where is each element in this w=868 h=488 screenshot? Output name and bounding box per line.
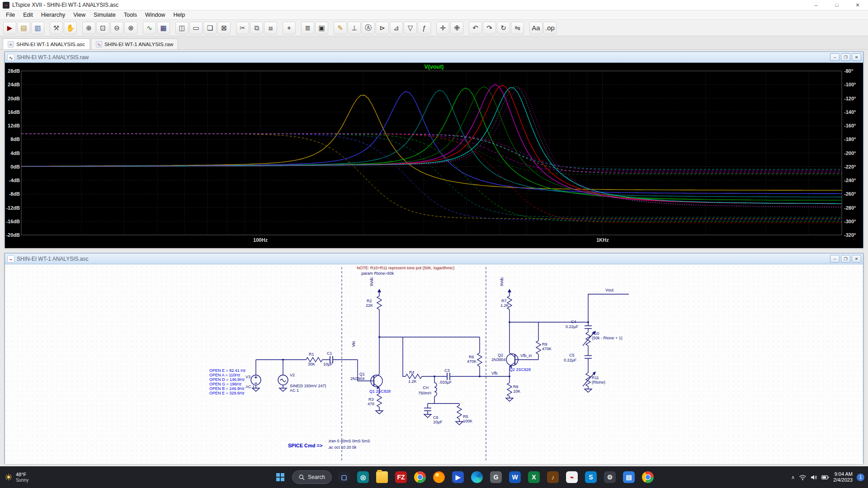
close-window[interactable]: ⊠: [217, 22, 231, 34]
chromium[interactable]: [638, 468, 657, 487]
excel[interactable]: X: [524, 468, 543, 487]
gimp[interactable]: G: [486, 468, 505, 487]
db-tick-label: 12dB: [8, 122, 20, 129]
child-minimize-button[interactable]: –: [830, 255, 840, 263]
diode[interactable]: ⊳: [376, 22, 389, 34]
child-restore-button[interactable]: ❐: [841, 53, 850, 61]
mirror[interactable]: ⇋: [511, 22, 524, 34]
file-explorer[interactable]: [373, 468, 392, 487]
skype[interactable]: S: [581, 468, 600, 487]
net-label[interactable]: Ⓐ: [362, 22, 375, 34]
waveform-plot-area[interactable]: V(vout) 28dB24dB20dB16dB12dB8dB4dB0dB-4d…: [5, 63, 863, 248]
misc-symbol[interactable]: ▽: [404, 22, 417, 34]
cut[interactable]: ✂: [236, 22, 249, 34]
volume-icon[interactable]: [811, 474, 817, 480]
close-button[interactable]: ✕: [847, 0, 868, 10]
word: W: [509, 471, 521, 483]
schematic-label: C1: [327, 351, 332, 356]
tile-vertical[interactable]: ◫: [175, 22, 189, 34]
settings[interactable]: ⚙: [600, 468, 619, 487]
component[interactable]: ⊿: [390, 22, 403, 34]
menu-item[interactable]: Hierarchy: [37, 11, 70, 19]
tile-horizontal[interactable]: ▭: [189, 22, 203, 34]
edge[interactable]: [467, 468, 486, 487]
system-tray: ∧ 9:04 AM: [791, 471, 864, 483]
camera[interactable]: ◎: [354, 468, 373, 487]
pan[interactable]: ✋: [64, 22, 77, 34]
schematic-label: Vfb: [491, 371, 498, 375]
search-icon: [299, 474, 305, 480]
text[interactable]: Aa: [529, 22, 542, 34]
tray-chevron-icon[interactable]: ∧: [791, 474, 795, 480]
document-tabbar: ⌁ SHIN-EI WT-1 ANALYSIS.asc ∿ SHIN-EI WT…: [0, 36, 868, 50]
ltspice[interactable]: ⌁: [562, 468, 581, 487]
menu-item[interactable]: View: [69, 11, 90, 19]
spice-directive[interactable]: .op: [543, 22, 557, 34]
wifi-icon[interactable]: [799, 474, 807, 480]
menu-item[interactable]: Simulate: [90, 11, 120, 19]
minimize-button[interactable]: –: [806, 0, 826, 10]
plot-settings[interactable]: ∿: [143, 22, 156, 34]
menu-item[interactable]: Tools: [120, 11, 141, 19]
plot-canvas[interactable]: [5, 63, 863, 248]
chrome[interactable]: [410, 468, 429, 487]
trace-label[interactable]: V(vout): [5, 64, 863, 70]
zoom-out[interactable]: ⊖: [110, 22, 123, 34]
menu-item[interactable]: Help: [169, 11, 189, 19]
print-preview[interactable]: ▣: [315, 22, 328, 34]
pane-grid[interactable]: ▦: [157, 22, 170, 34]
schematic-window-titlebar[interactable]: ⌁ SHIN-EI WT-1 ANALYSIS.asc – ❐ ✕: [5, 253, 863, 264]
rotate[interactable]: ↻: [497, 22, 510, 34]
schematic-label: Vin: [351, 341, 356, 347]
run[interactable]: ▶: [3, 22, 16, 34]
ground[interactable]: ⊥: [348, 22, 361, 34]
child-close-button[interactable]: ✕: [852, 53, 861, 61]
copy[interactable]: ⧉: [250, 22, 263, 34]
start-button[interactable]: [271, 468, 289, 486]
schematic-canvas[interactable]: NOTE: R10+R11 represent tone pot (50K, l…: [5, 264, 863, 464]
schematic-label: R11: [592, 375, 599, 380]
undo[interactable]: ↶: [469, 22, 482, 34]
media[interactable]: ♪: [543, 468, 562, 487]
zoom-in[interactable]: ⊕: [82, 22, 95, 34]
save[interactable]: ▥: [31, 22, 44, 34]
notification-badge[interactable]: 1: [857, 474, 864, 481]
child-minimize-button[interactable]: –: [830, 53, 840, 61]
maximize-button[interactable]: □: [826, 0, 847, 10]
zoom-full[interactable]: ⊗: [124, 22, 137, 34]
zoom-box[interactable]: ⊡: [96, 22, 109, 34]
phase-tick-label: -160°: [844, 122, 856, 129]
menu-item[interactable]: File: [2, 11, 19, 19]
waveform-window-titlebar[interactable]: ∿ SHIN-EI WT-1 ANALYSIS.raw – ❐ ✕: [5, 52, 863, 63]
clock[interactable]: 9:04 AM 2/4/2023: [833, 471, 853, 483]
battery-icon[interactable]: [821, 475, 829, 480]
open[interactable]: ▤: [17, 22, 30, 34]
drag[interactable]: ✙: [450, 22, 463, 34]
tab-waveform[interactable]: ∿ SHIN-EI WT-1 ANALYSIS.raw: [91, 38, 179, 49]
edit-pencil[interactable]: ✎: [334, 22, 347, 34]
redo[interactable]: ↷: [483, 22, 496, 34]
display[interactable]: ▢: [335, 468, 354, 487]
filezilla[interactable]: FZ: [392, 468, 410, 487]
tab-schematic[interactable]: ⌁ SHIN-EI WT-1 ANALYSIS.asc: [3, 38, 90, 49]
word[interactable]: W: [505, 468, 524, 487]
cascade[interactable]: ❏: [203, 22, 217, 34]
paste[interactable]: ⧇: [264, 22, 277, 34]
schematic-label: 10µF: [433, 420, 443, 424]
behavioral[interactable]: ƒ: [418, 22, 431, 34]
child-restore-button[interactable]: ❐: [841, 255, 850, 263]
weather-widget[interactable]: ☀ 48°F Sunny: [5, 472, 28, 483]
find[interactable]: ⌖: [283, 22, 296, 34]
move[interactable]: ✛: [436, 22, 449, 34]
control-panel[interactable]: ⚒: [50, 22, 63, 34]
menu-item[interactable]: Edit: [19, 11, 37, 19]
search-box[interactable]: Search: [292, 470, 332, 484]
firefox[interactable]: [429, 468, 448, 487]
print[interactable]: ≣: [301, 22, 314, 34]
schematic-labels: NOTE: R10+R11 represent tone pot (50K, l…: [5, 264, 863, 464]
movies[interactable]: ▶: [448, 468, 467, 487]
child-close-button[interactable]: ✕: [852, 255, 861, 263]
phase-tick-label: -300°: [844, 218, 856, 225]
notes[interactable]: ▤: [619, 468, 638, 487]
menu-item[interactable]: Window: [141, 11, 169, 19]
